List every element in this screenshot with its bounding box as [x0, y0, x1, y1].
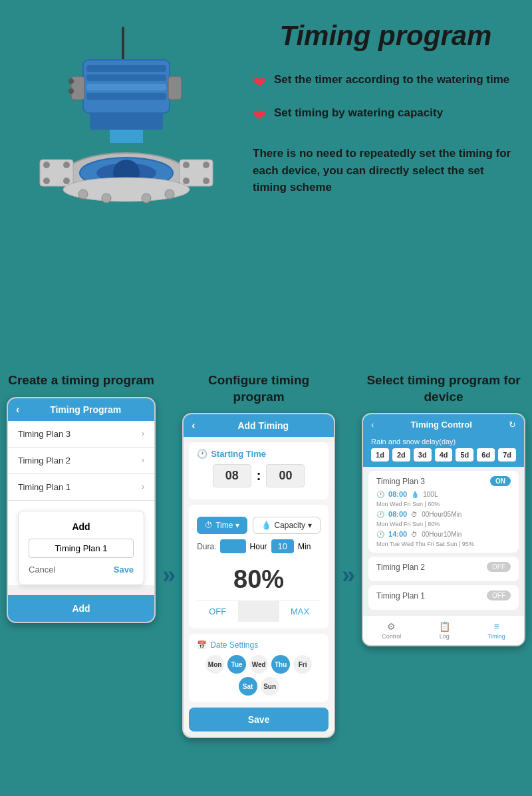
svg-point-9 [68, 88, 74, 94]
plan1-toggle[interactable]: OFF [487, 591, 511, 600]
footer-tab-log[interactable]: 📋 Log [439, 621, 450, 640]
log-label: Log [440, 633, 450, 640]
day-fri[interactable]: Fri [293, 655, 312, 674]
svg-rect-3 [86, 74, 166, 81]
svg-point-29 [142, 194, 151, 203]
plan3-toggle[interactable]: ON [490, 476, 511, 486]
dura-value-box[interactable] [220, 539, 245, 553]
plan2-header: Timing Plan 2 OFF [376, 562, 511, 572]
time-minute[interactable]: 00 [266, 464, 305, 487]
step-col-2: Configure timing program ‹ Add Timing 🕐 … [182, 372, 335, 738]
plan3-cap1: 100L [423, 491, 438, 498]
svg-rect-5 [86, 93, 166, 100]
capacity-type-select[interactable]: 💧 Capacity ▾ [253, 517, 321, 534]
delay-1d[interactable]: 1d [371, 448, 389, 462]
time-colon: : [257, 468, 261, 483]
control-icon: ⚙ [387, 621, 396, 632]
day-sun[interactable]: Sun [261, 677, 279, 696]
svg-rect-0 [122, 27, 124, 63]
step-col-1: Create a timing program ‹ Timing Program… [7, 372, 156, 738]
plan1-row: Timing Plan 1 OFF [368, 585, 519, 610]
capacity-icon: 💧 [261, 521, 271, 530]
off-max-row: OFF MAX [197, 600, 321, 622]
plan3-time2: 08:00 [388, 510, 407, 518]
svg-point-8 [68, 78, 74, 84]
plan3-days2: Mon Wed Fri Sun | 80% [376, 521, 511, 527]
add-dialog-buttons: Cancel Save [29, 565, 134, 575]
back-icon-1[interactable]: ‹ [16, 404, 19, 416]
list-item-1[interactable]: Timing Plan 3 › [8, 421, 154, 448]
plan3-row: Timing Plan 3 ON 🕐 08:00 💧 100L Mon Wed … [368, 471, 519, 553]
add-footer-button[interactable]: Add [8, 595, 154, 622]
dura-row: Dura. Hour 10 Min [197, 539, 321, 553]
plan1-name: Timing Plan 1 [376, 591, 425, 600]
delay-6d[interactable]: 6d [477, 448, 495, 462]
off-label[interactable]: OFF [197, 601, 238, 622]
heart-icon-2: ❤ [253, 106, 266, 125]
clock-small-icon: ⏱ [205, 521, 213, 530]
svg-rect-4 [86, 84, 166, 90]
dura-min-box[interactable]: 10 [271, 539, 294, 553]
svg-point-22 [203, 178, 209, 184]
timing-label: Timing [487, 633, 505, 640]
delay-7d[interactable]: 7d [498, 448, 516, 462]
plan3-cap2: 00Hour05Min [422, 511, 462, 518]
starting-time-label: 🕐 Starting Time [197, 449, 321, 459]
phone1-header-title: Timing Program [25, 404, 146, 415]
day-thu[interactable]: Thu [271, 655, 290, 674]
phone2-header: ‹ Add Timing [184, 414, 334, 437]
phone2-save-button[interactable]: Save [189, 708, 329, 731]
day-sat[interactable]: Sat [239, 677, 257, 696]
step-title-1: Create a timing program [8, 372, 154, 389]
arrow-col-1: » [162, 372, 176, 738]
step-title-3: Select timing program for device [362, 372, 525, 405]
top-section: Timing program ❤ Set the timer according… [0, 0, 532, 359]
date-settings-title: 📅 Date Settings [197, 640, 321, 650]
days-row: Mon Tue Wed Thu Fri Sat Sun [197, 655, 321, 696]
list-item-3-label: Timing Plan 1 [18, 482, 70, 492]
svg-point-21 [183, 178, 190, 184]
delay-5d[interactable]: 5d [456, 448, 473, 462]
clock-icon-e3: 🕐 [376, 531, 384, 538]
svg-point-27 [78, 190, 88, 199]
plan2-toggle[interactable]: OFF [487, 562, 511, 572]
time-type-select[interactable]: ⏱ Time ▾ [197, 517, 247, 534]
svg-rect-2 [86, 65, 166, 72]
day-mon[interactable]: Mon [205, 655, 224, 674]
clock-icon-e2: 🕐 [376, 511, 384, 518]
cancel-button[interactable]: Cancel [29, 565, 55, 575]
type-row: ⏱ Time ▾ 💧 Capacity ▾ [197, 517, 321, 534]
chevron-icon-2: › [142, 456, 144, 465]
back-icon-2[interactable]: ‹ [192, 420, 195, 432]
footer-tab-control[interactable]: ⚙ Control [382, 621, 401, 640]
capacity-dropdown-icon: ▾ [308, 521, 312, 530]
delay-2d[interactable]: 2d [392, 448, 410, 462]
control-label: Control [382, 633, 401, 640]
list-item-2[interactable]: Timing Plan 2 › [8, 448, 154, 474]
heart-icon-1: ❤ [253, 73, 266, 92]
right-content: Timing program ❤ Set the timer according… [239, 20, 519, 203]
capacity-icon-e1: 💧 [411, 491, 419, 498]
phone1-mockup: ‹ Timing Program Timing Plan 3 › Timing … [7, 397, 156, 623]
delay-3d[interactable]: 3d [414, 448, 432, 462]
day-wed[interactable]: Wed [249, 655, 268, 674]
steps-row: Create a timing program ‹ Timing Program… [7, 372, 525, 738]
day-tue[interactable]: Tue [227, 655, 246, 674]
delay-4d[interactable]: 4d [435, 448, 453, 462]
refresh-icon-3[interactable]: ↻ [509, 420, 516, 430]
page-title: Timing program [253, 20, 519, 52]
add-dialog-input[interactable] [29, 539, 134, 558]
phone2-header-title: Add Timing [200, 420, 326, 431]
footer-tab-timing[interactable]: ≡ Timing [487, 621, 505, 640]
max-label[interactable]: MAX [279, 601, 321, 622]
svg-point-19 [183, 162, 190, 168]
list-item-3[interactable]: Timing Plan 1 › [8, 474, 154, 501]
bottom-section: Create a timing program ‹ Timing Program… [0, 359, 532, 765]
time-hour[interactable]: 08 [213, 464, 251, 487]
svg-rect-7 [168, 76, 182, 100]
save-button[interactable]: Save [114, 565, 134, 575]
arrow-col-2: » [342, 372, 355, 738]
percent-display: 80% [197, 559, 321, 600]
clock-icon: 🕐 [197, 449, 207, 459]
feature-text-1: Set the timer according to the watering … [274, 72, 509, 88]
